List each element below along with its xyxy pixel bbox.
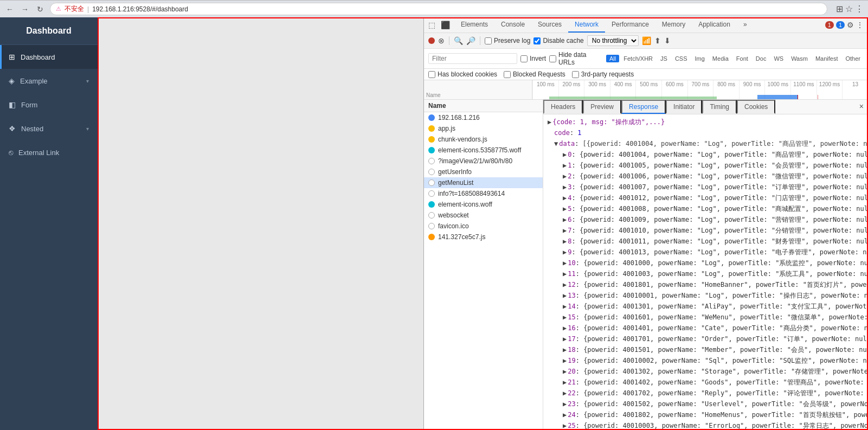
- blocked-requests-checkbox[interactable]: Blocked Requests: [504, 70, 565, 78]
- expand-27[interactable]: ▶: [563, 411, 567, 419]
- search-icon[interactable]: 🔎: [466, 36, 475, 45]
- tab-headers[interactable]: Headers: [543, 100, 583, 114]
- expand-24[interactable]: ▶: [563, 378, 567, 386]
- file-item-7[interactable]: info?t=1685088493614: [424, 188, 543, 199]
- tab-memory[interactable]: Memory: [655, 17, 692, 33]
- filter-type-media[interactable]: Media: [709, 55, 732, 62]
- device-icon[interactable]: ⬛: [439, 18, 452, 31]
- settings-icon[interactable]: ⚙: [847, 21, 854, 29]
- filter-type-all[interactable]: All: [606, 55, 619, 62]
- invert-checkbox[interactable]: Invert: [520, 55, 546, 62]
- tab-sources[interactable]: Sources: [531, 17, 568, 33]
- sidebar-item-external-link[interactable]: ⎋ External Link: [0, 140, 98, 164]
- refresh-button[interactable]: ↻: [35, 4, 46, 15]
- file-item-5[interactable]: getUserInfo: [424, 166, 543, 177]
- expand-4[interactable]: ▶: [563, 162, 567, 169]
- file-item-9[interactable]: websocket: [424, 210, 543, 221]
- file-item-6[interactable]: getMenuList: [424, 177, 543, 188]
- expand-6[interactable]: ▶: [563, 183, 567, 191]
- upload-icon[interactable]: ⬆: [654, 36, 661, 45]
- hide-data-urls-input[interactable]: [549, 55, 556, 62]
- invert-input[interactable]: [520, 55, 528, 62]
- expand-17[interactable]: ▶: [563, 303, 567, 310]
- tab-more[interactable]: »: [737, 17, 754, 33]
- sidebar-item-form[interactable]: ◧ Form: [0, 93, 98, 117]
- stop-icon[interactable]: ⊗: [438, 36, 445, 45]
- sidebar-item-dashboard[interactable]: ⊞ Dashboard: [0, 45, 98, 69]
- filter-input[interactable]: [428, 53, 517, 64]
- response-close-btn[interactable]: ×: [855, 100, 868, 114]
- filter-type-ws[interactable]: WS: [770, 55, 787, 62]
- tab-response[interactable]: Response: [621, 100, 666, 114]
- filter-type-js[interactable]: JS: [657, 55, 671, 62]
- disable-cache-input[interactable]: [533, 37, 541, 44]
- sidebar-item-nested[interactable]: ❖ Nested ▾: [0, 117, 98, 140]
- file-item-8[interactable]: element-icons.woff: [424, 199, 543, 210]
- expand-16[interactable]: ▶: [563, 292, 567, 299]
- extensions-icon[interactable]: ⊞: [836, 4, 843, 14]
- expand-12[interactable]: ▶: [563, 248, 567, 256]
- blocked-requests-input[interactable]: [504, 71, 511, 78]
- throttle-select[interactable]: No throttling Fast 3G Slow 3G: [587, 35, 639, 46]
- inspect-icon[interactable]: ⬚: [426, 18, 438, 31]
- preserve-log-checkbox[interactable]: Preserve log: [485, 37, 530, 44]
- preserve-log-input[interactable]: [485, 37, 492, 44]
- expand-7[interactable]: ▶: [563, 194, 567, 202]
- file-item-0[interactable]: 192.168.1.216: [424, 112, 543, 123]
- expand-22[interactable]: ▶: [563, 357, 567, 364]
- tab-application[interactable]: Application: [692, 17, 737, 33]
- expand-20[interactable]: ▶: [563, 335, 567, 343]
- filter-type-doc[interactable]: Doc: [753, 55, 770, 62]
- tab-cookies[interactable]: Cookies: [737, 100, 775, 114]
- tab-network[interactable]: Network: [568, 17, 605, 33]
- tab-initiator[interactable]: Initiator: [666, 100, 702, 114]
- expand-18[interactable]: ▶: [563, 313, 567, 321]
- bookmarks-icon[interactable]: ☆: [845, 4, 853, 14]
- third-party-input[interactable]: [572, 71, 579, 78]
- sidebar-item-example[interactable]: ◈ Example ▾: [0, 69, 98, 93]
- tab-performance[interactable]: Performance: [605, 17, 655, 33]
- expand-15[interactable]: ▶: [563, 281, 567, 288]
- expand-26[interactable]: ▶: [563, 400, 567, 408]
- expand-11[interactable]: ▶: [563, 238, 567, 245]
- back-button[interactable]: ←: [4, 4, 15, 15]
- tab-console[interactable]: Console: [494, 17, 531, 33]
- record-button[interactable]: [428, 37, 435, 44]
- expand-8[interactable]: ▶: [563, 205, 567, 213]
- forward-button[interactable]: →: [20, 4, 30, 15]
- expand-5[interactable]: ▶: [563, 172, 567, 180]
- filter-type-manifest[interactable]: Manifest: [812, 55, 841, 62]
- file-item-11[interactable]: 141.327ce5c7.js: [424, 232, 543, 242]
- download-icon[interactable]: ⬇: [664, 36, 671, 45]
- expand-data[interactable]: ▼: [554, 140, 558, 147]
- expand-23[interactable]: ▶: [563, 368, 567, 375]
- expand-14[interactable]: ▶: [563, 270, 567, 278]
- menu-icon[interactable]: ⋮: [855, 4, 864, 14]
- url-bar[interactable]: ⚠ 不安全 | 192.168.1.216:9528/#/dashboard: [50, 3, 827, 15]
- more-options-icon[interactable]: ⋮: [856, 21, 864, 29]
- file-item-1[interactable]: app.js: [424, 123, 543, 134]
- disable-cache-checkbox[interactable]: Disable cache: [533, 37, 583, 44]
- filter-type-css[interactable]: CSS: [672, 55, 691, 62]
- filter-type-font[interactable]: Font: [733, 55, 751, 62]
- expand-10[interactable]: ▶: [563, 227, 567, 234]
- hide-data-urls-checkbox[interactable]: Hide data URLs: [549, 51, 603, 66]
- tab-timing[interactable]: Timing: [702, 100, 737, 114]
- blocked-cookies-input[interactable]: [428, 71, 435, 78]
- expand-3[interactable]: ▶: [563, 151, 567, 158]
- third-party-checkbox[interactable]: 3rd-party requests: [572, 70, 634, 78]
- file-item-4[interactable]: ?imageView2/1/w/80/h/80: [424, 156, 543, 166]
- filter-type-fetch[interactable]: Fetch/XHR: [620, 55, 656, 62]
- file-item-2[interactable]: chunk-vendors.js: [424, 134, 543, 145]
- tab-elements[interactable]: Elements: [454, 17, 494, 33]
- tab-preview[interactable]: Preview: [583, 100, 621, 114]
- expand-25[interactable]: ▶: [563, 389, 567, 397]
- expand-19[interactable]: ▶: [563, 324, 567, 332]
- expand-21[interactable]: ▶: [563, 346, 567, 354]
- expand-13[interactable]: ▶: [563, 259, 567, 267]
- file-item-3[interactable]: element-icons.535877f5.woff: [424, 145, 543, 156]
- file-item-10[interactable]: favicon.ico: [424, 221, 543, 232]
- blocked-cookies-checkbox[interactable]: Has blocked cookies: [428, 70, 497, 78]
- wifi-icon[interactable]: 📶: [642, 36, 651, 45]
- expand-0[interactable]: ▶: [548, 118, 551, 126]
